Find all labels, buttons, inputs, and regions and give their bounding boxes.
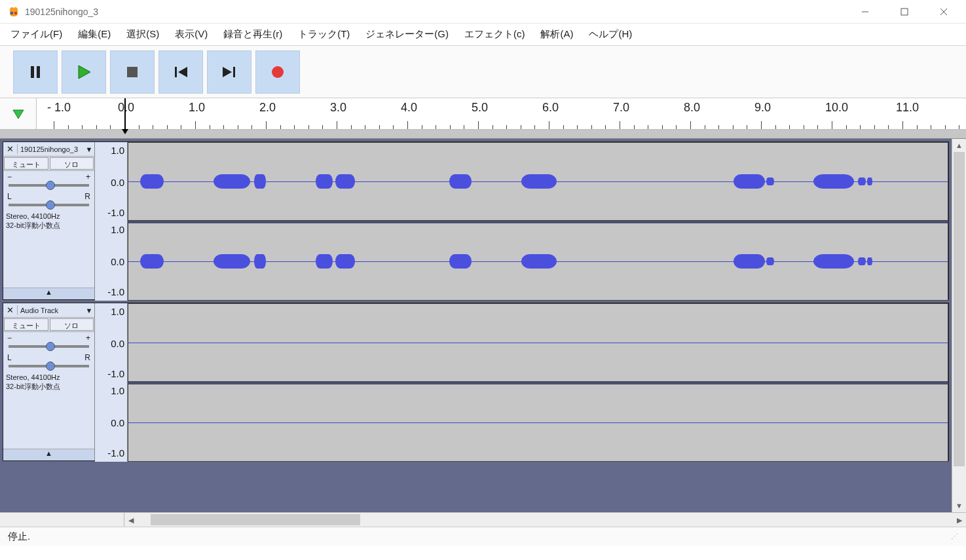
- svg-marker-11: [178, 67, 187, 77]
- menu-analyze[interactable]: 解析(A): [532, 24, 581, 45]
- svg-rect-13: [233, 67, 235, 77]
- track-menu-button[interactable]: ▼: [84, 307, 94, 314]
- pause-button[interactable]: [13, 50, 58, 94]
- track-menu-button[interactable]: ▼: [84, 145, 94, 153]
- amplitude-tick: 1.0: [111, 385, 124, 396]
- track-collapse-button[interactable]: ▲: [3, 449, 94, 460]
- amplitude-tick: 1.0: [111, 224, 124, 235]
- svg-rect-6: [31, 66, 34, 78]
- svg-point-14: [272, 66, 284, 78]
- ruler-tick-label: 4.0: [401, 101, 417, 115]
- app-icon: [8, 6, 20, 18]
- solo-button[interactable]: ソロ: [50, 318, 94, 331]
- menu-view[interactable]: 表示(V): [167, 24, 215, 45]
- amplitude-tick: -1.0: [107, 368, 124, 379]
- amplitude-tick: 1.0: [111, 306, 124, 317]
- ruler-tick-label: 2.0: [259, 101, 276, 115]
- mute-button[interactable]: ミュート: [4, 157, 48, 170]
- scroll-down-icon[interactable]: ▼: [952, 499, 966, 512]
- menu-effect[interactable]: エフェクト(c): [456, 24, 533, 45]
- amplitude-tick: -1.0: [107, 447, 124, 458]
- track-collapse-button[interactable]: ▲: [3, 288, 94, 299]
- horizontal-scroll-thumb[interactable]: [151, 514, 360, 525]
- waveform-channel[interactable]: [128, 221, 948, 301]
- svg-rect-10: [175, 67, 177, 77]
- track-name[interactable]: 190125nihongo_3: [18, 145, 84, 153]
- ruler-tick-label: 11.0: [896, 101, 919, 115]
- track: ✕Audio Track▼ミュートソロ−+LRStereo, 44100Hz32…: [3, 303, 949, 461]
- svg-marker-15: [13, 110, 24, 119]
- amplitude-ruler: 1.00.0-1.01.00.0-1.0: [95, 303, 128, 462]
- title-bar: 190125nihongo_3: [0, 0, 966, 24]
- scroll-right-icon[interactable]: ▶: [953, 513, 966, 527]
- menu-tracks[interactable]: トラック(T): [290, 24, 358, 45]
- vertical-scroll-thumb[interactable]: [954, 152, 965, 466]
- menu-transport[interactable]: 録音と再生(r): [215, 24, 290, 45]
- scroll-left-icon[interactable]: ◀: [124, 513, 138, 527]
- waveform-channel[interactable]: [128, 142, 948, 221]
- menu-generate[interactable]: ジェネレーター(G): [358, 24, 456, 45]
- ruler-tick-label: 3.0: [330, 101, 346, 115]
- record-button[interactable]: [255, 50, 300, 94]
- menu-bar: ファイル(F) 編集(E) 選択(S) 表示(V) 録音と再生(r) トラック(…: [0, 24, 966, 46]
- resize-grip-icon[interactable]: ⋰: [951, 532, 958, 541]
- track-format-info: Stereo, 44100Hz32-bit浮動小数点: [3, 210, 94, 231]
- maximize-button[interactable]: [885, 0, 924, 24]
- menu-file[interactable]: ファイル(F): [3, 24, 70, 45]
- tracks-area: ✕190125nihongo_3▼ミュートソロ−+LRStereo, 44100…: [0, 139, 966, 512]
- close-button[interactable]: [924, 0, 963, 24]
- skip-end-button[interactable]: [207, 50, 251, 94]
- svg-point-0: [10, 11, 13, 14]
- amplitude-tick: 0.0: [111, 177, 124, 188]
- amplitude-tick: -1.0: [107, 286, 124, 297]
- menu-select[interactable]: 選択(S): [119, 24, 167, 45]
- track-close-button[interactable]: ✕: [3, 305, 18, 315]
- menu-edit[interactable]: 編集(E): [70, 24, 119, 45]
- ruler-tick-label: 1.0: [189, 101, 205, 115]
- horizontal-scrollbar[interactable]: ◀ ▶: [0, 512, 966, 527]
- svg-point-1: [14, 11, 17, 14]
- waveform-channel[interactable]: [128, 382, 948, 462]
- ruler-tick-label: 6.0: [542, 101, 559, 115]
- waveform-area[interactable]: [128, 142, 948, 301]
- timeline-pin-button[interactable]: [0, 98, 37, 129]
- hscroll-spacer: [0, 513, 124, 527]
- minimize-button[interactable]: [845, 0, 885, 24]
- scroll-up-icon[interactable]: ▲: [952, 139, 966, 152]
- mute-button[interactable]: ミュート: [4, 318, 48, 331]
- status-text: 停止.: [8, 531, 30, 543]
- amplitude-ruler: 1.00.0-1.01.00.0-1.0: [95, 142, 128, 301]
- gain-slider[interactable]: −+: [3, 332, 94, 352]
- window-title: 190125nihongo_3: [25, 7, 845, 17]
- svg-rect-3: [901, 9, 908, 15]
- track-close-button[interactable]: ✕: [3, 144, 18, 154]
- amplitude-tick: 0.0: [111, 417, 124, 428]
- play-button[interactable]: [62, 50, 106, 94]
- transport-toolbar: [0, 46, 966, 98]
- vertical-scrollbar[interactable]: ▲ ▼: [952, 139, 966, 512]
- waveform-channel[interactable]: [128, 303, 948, 382]
- timeline-ruler[interactable]: - 1.00.01.02.03.04.05.06.07.08.09.010.01…: [37, 98, 966, 129]
- track-format-info: Stereo, 44100Hz32-bit浮動小数点: [3, 371, 94, 392]
- playhead-cursor[interactable]: [124, 98, 126, 129]
- ruler-bottom-strip: [0, 130, 966, 139]
- svg-rect-7: [37, 66, 40, 78]
- gain-slider[interactable]: −+: [3, 171, 94, 191]
- waveform-area[interactable]: [128, 303, 948, 462]
- timeline-ruler-row: - 1.00.01.02.03.04.05.06.07.08.09.010.01…: [0, 98, 966, 130]
- ruler-tick-label: 9.0: [754, 101, 771, 115]
- track-control-panel: ✕Audio Track▼ミュートソロ−+LRStereo, 44100Hz32…: [3, 303, 95, 460]
- ruler-tick-label: - 1.0: [47, 101, 71, 115]
- ruler-tick-label: 0.0: [118, 101, 134, 115]
- ruler-tick-label: 10.0: [825, 101, 848, 115]
- stop-button[interactable]: [110, 50, 155, 94]
- skip-start-button[interactable]: [158, 50, 203, 94]
- pan-slider[interactable]: LR: [3, 352, 94, 371]
- svg-rect-9: [127, 67, 138, 77]
- track-control-panel: ✕190125nihongo_3▼ミュートソロ−+LRStereo, 44100…: [3, 142, 95, 299]
- track-name[interactable]: Audio Track: [18, 307, 84, 314]
- solo-button[interactable]: ソロ: [50, 157, 94, 170]
- menu-help[interactable]: ヘルプ(H): [581, 24, 640, 45]
- ruler-tick-label: 7.0: [613, 101, 629, 115]
- pan-slider[interactable]: LR: [3, 191, 94, 210]
